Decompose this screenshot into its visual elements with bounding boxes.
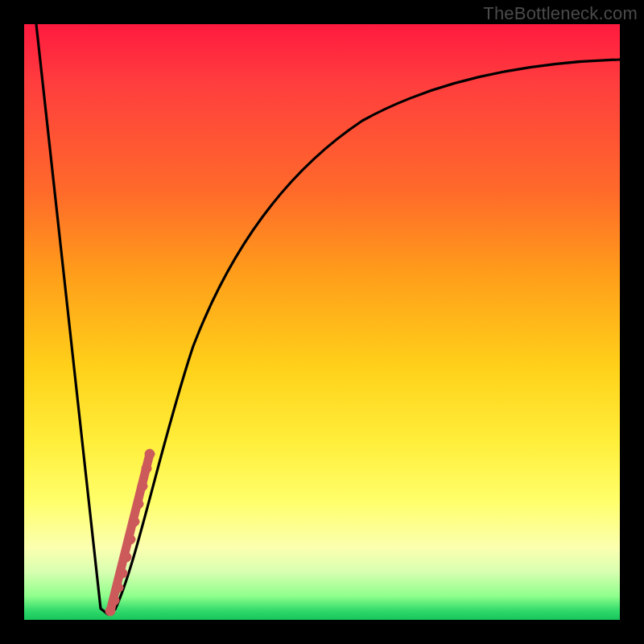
svg-line-11 [110,454,150,611]
chart-plot-area [24,24,620,620]
chart-svg [24,24,620,620]
highlight-dots [105,449,155,616]
bottleneck-curve-path [36,24,620,614]
chart-frame: TheBottleneck.com [0,0,644,644]
watermark-text: TheBottleneck.com [483,3,638,24]
